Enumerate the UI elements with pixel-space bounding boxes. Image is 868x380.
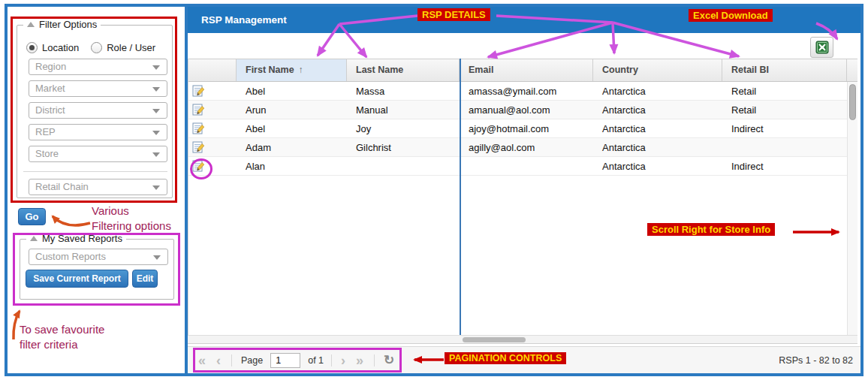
cell-country: Antarctica [593,161,722,172]
toolbar [188,33,860,59]
cell-last-name: Manual [347,104,460,116]
cell-first-name: Abel [237,86,347,97]
cell-last-name: Massa [347,86,460,97]
header-cell-last-name[interactable]: Last Name [347,59,460,81]
edit-icon[interactable] [192,122,205,134]
cell-email: amassa@ymail.com [460,86,593,97]
edit-icon[interactable] [192,104,205,116]
excel-download-button[interactable] [810,37,833,58]
edit-icon[interactable] [192,141,205,153]
main-panel: RSP Management First Name↑ Last Name Ema… [188,7,860,373]
annotation-excel-download-label: Excel Download [689,9,773,22]
cell-country: Antarctica [593,86,722,97]
cell-first-name: Adam [237,142,347,153]
cell-retail-bi: Retail [722,104,847,116]
annotation-filter-options-box [11,17,177,203]
table-row[interactable]: Abel Massa amassa@ymail.com Antarctica R… [188,82,857,101]
annotation-edit-icon-circle [190,158,212,179]
annotation-saved-reports-box [13,233,180,306]
header-cell-icon [188,59,237,81]
table-row[interactable]: Arun Manual amanual@aol.com Antarctica R… [188,101,857,119]
edit-icon[interactable] [192,85,205,97]
horizontal-scrollbar[interactable] [188,335,857,344]
cell-retail-bi: Indirect [722,123,847,134]
cell-email: ajoy@hotmail.com [460,123,593,134]
annotation-save-favourite-text: To save favourite filter criteria [20,322,104,352]
table-row[interactable]: Abel Joy ajoy@hotmail.com Antarctica Ind… [188,119,857,138]
excel-icon [815,41,829,54]
vertical-scrollbar[interactable] [847,82,857,335]
cell-country: Antarctica [593,142,722,153]
table-row[interactable]: Adam Gilchrist agilly@aol.com Antarctica [188,138,857,157]
table-header: First Name↑ Last Name Email Country Reta… [188,59,857,82]
email-column-divider [460,59,461,344]
cell-country: Antarctica [593,104,722,116]
horizontal-scrollbar-thumb[interactable] [463,337,526,342]
vertical-scrollbar-thumb[interactable] [849,84,856,120]
cell-retail-bi: Retail [722,86,847,97]
header-cell-retail-bi[interactable]: Retail BI [722,59,847,81]
cell-first-name: Alan [237,161,347,172]
grid-border [188,59,188,344]
header-cell-first-name[interactable]: First Name↑ [237,59,347,81]
annotation-pagination-controls-label: PAGINATION CONTROLS [445,352,566,364]
header-cell-email[interactable]: Email [460,59,593,81]
go-button[interactable]: Go [18,208,46,225]
cell-first-name: Arun [237,104,347,116]
cell-country: Antarctica [593,123,722,134]
cell-email: agilly@aol.com [460,142,593,153]
annotation-various-filtering-text: Various Filtering options [92,204,171,234]
annotation-rsp-details-label: RSP DETAILS [417,8,490,21]
annotation-scroll-right-label: Scroll Right for Store Info [647,223,775,236]
header-cell-country[interactable]: Country [593,59,722,81]
cell-retail-bi: Indirect [722,161,847,172]
cell-first-name: Abel [237,123,347,134]
table-body: Abel Massa amassa@ymail.com Antarctica R… [188,82,857,176]
cell-email: amanual@aol.com [460,104,593,116]
header-gutter [847,59,857,81]
record-count-status: RSPs 1 - 82 to 82 [779,347,853,374]
sort-asc-icon: ↑ [299,65,303,75]
cell-last-name: Gilchrist [347,142,460,153]
page: Filter Options Location Role / User Regi… [0,0,868,380]
page-title: RSP Management [201,14,287,26]
cell-last-name: Joy [347,123,460,134]
annotation-pagination-box [193,348,402,372]
table-row[interactable]: Alan Antarctica Indirect [188,157,857,176]
